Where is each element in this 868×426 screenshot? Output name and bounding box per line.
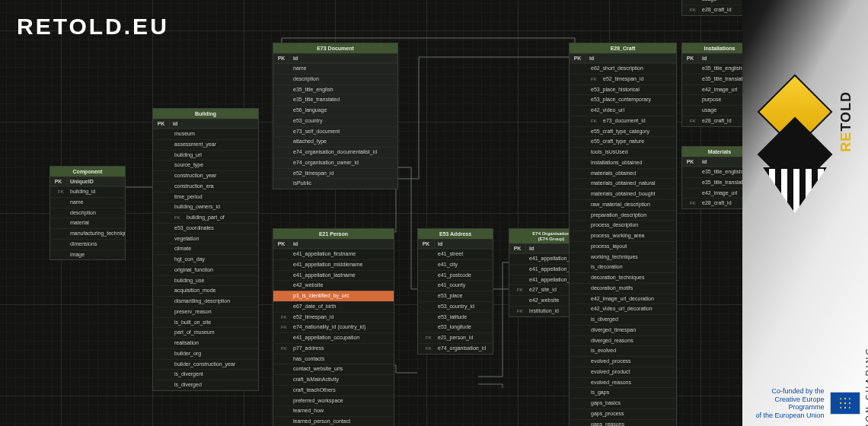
entity-attr: assessment_year (153, 139, 258, 150)
entity-attr: e41_county (418, 280, 493, 291)
entity-attr: e53_place_contemporary (570, 94, 676, 105)
entity-attr: preserv_reason (153, 307, 258, 317)
entity-attr: e52_timespan_id (273, 168, 397, 179)
entity-document[interactable]: E73 Document PKid namedescriptione35_tit… (273, 43, 398, 189)
entity-attr: dimensions (50, 239, 125, 250)
entity-attr: acquisition_mode (153, 285, 258, 296)
entity-attr: p1_is_identified_by_orc (273, 291, 394, 301)
entity-person[interactable]: E21 Person PKid e41_appellation_firstnam… (273, 228, 394, 426)
attr-list: usagee28_craft_id (682, 0, 742, 15)
entity-attr: craft_teachOthers (273, 385, 394, 396)
entity-attr: e62_short_description (570, 63, 676, 74)
entity-attr: hgt_con_day (153, 254, 258, 265)
entity-fragment-top[interactable]: usagee28_craft_id (681, 0, 742, 16)
page-title: RETOLD.EU (17, 14, 169, 40)
entity-attr: material (50, 218, 125, 228)
entity-attr: e74_organisation_documentalist_id (273, 147, 397, 157)
entity-attr: e35_title_english (273, 84, 397, 95)
entity-attr: e74_nationality_id (country_id) (273, 322, 394, 332)
entity-attr: raw_material_description (570, 199, 676, 210)
entity-attr: decoration_motifs (570, 283, 676, 294)
entity-attr: decoration_techniques (570, 272, 676, 283)
entity-attr: e42_website (273, 280, 394, 291)
entity-attr: evolved_product (570, 367, 676, 377)
eu-flag-icon (830, 392, 860, 415)
entity-attr: e67_date_of_birth (273, 301, 394, 312)
entity-attr: e53_country_id (418, 301, 493, 312)
entity-attr: evolved_process (570, 356, 676, 367)
entity-attr: e28_craft_id (682, 5, 742, 15)
entity-attr: e35_title_english (682, 63, 742, 74)
entity-attr: time_period (153, 192, 258, 202)
entity-attr: builder_org (153, 348, 258, 359)
entity-attr: e35_title_translated (682, 177, 742, 188)
entity-attr: is_gaps (570, 387, 676, 398)
tagline-text: DOCUMENTATION DIGITISATION SHARING (864, 346, 868, 426)
attr-list: museumassessment_yearbuilding_urlsource_… (153, 129, 258, 390)
entity-attr: e53_country (273, 116, 397, 126)
logo-stripes (763, 167, 827, 213)
entity-attr: materials_obtained_natural (570, 178, 676, 189)
entity-attr: e28_craft_id (682, 198, 742, 208)
entity-attr: climate (153, 243, 258, 254)
entity-attr: e41_appellation_lastname (273, 270, 394, 281)
entity-attr: contact_website_uris (273, 364, 394, 374)
entity-attr: e35_title_english (682, 167, 742, 177)
entity-attr: e42_image_url_decoration (570, 294, 676, 304)
entity-attr: is_evolved (570, 345, 676, 356)
entity-attr: e41_appellation_firstname (273, 249, 394, 259)
entity-title: E73 Document (273, 43, 397, 54)
entity-attr: e42_image_url (682, 84, 742, 95)
entity-attr: gaps_reasons (570, 419, 676, 427)
entity-attr: e41_city (418, 259, 493, 270)
entity-attr: is_divergent (153, 369, 258, 380)
erd-canvas[interactable]: RETOLD.EU Component PKUniqueID building_… (0, 0, 742, 426)
entity-attr: builder_construction_year (153, 359, 258, 370)
entity-attr: part_of_museum (153, 327, 258, 338)
entity-attr: e55_craft_type_nature (570, 136, 676, 147)
entity-attr: building_id (50, 186, 125, 197)
entity-attr: e35_title_translated (682, 74, 742, 84)
entity-attr: is_diverged (570, 314, 676, 325)
entity-attr: e21_person_id (418, 332, 493, 343)
eu-funding: Co-funded by the Creative Europe Program… (742, 387, 860, 420)
entity-attr: tools_isUsUsed (570, 147, 676, 157)
entity-attr: e55_craft_type_category (570, 126, 676, 137)
entity-attr: preferred_workspace (273, 396, 394, 406)
entity-attr: diverged_reasons (570, 335, 676, 346)
entity-attr: learned_how (273, 405, 394, 416)
entity-attr: e41_postcode (418, 270, 493, 281)
entity-installations[interactable]: Installations PKid e35_title_englishe35_… (681, 43, 742, 127)
entity-attr: name (50, 197, 125, 208)
entity-attr: building_use (153, 275, 258, 286)
entity-attr: construction_year (153, 170, 258, 181)
entity-attr: e53_latitude (418, 312, 493, 323)
entity-attr: materials_obtained_bought (570, 189, 676, 199)
entity-address[interactable]: E53 Address PKid e41_streete41_citye41_p… (417, 228, 493, 354)
logo-wordmark: RETOLD (838, 91, 854, 152)
entity-attr: e74_organisation_owner_id (273, 157, 397, 168)
entity-attr: process_layout (570, 241, 676, 252)
entity-attr: e42_video_url_decoration (570, 304, 676, 314)
entity-attr: has_contacts (273, 354, 394, 364)
entity-title: Installations (682, 43, 742, 54)
entity-title: E28_Craft (570, 43, 676, 54)
entity-attr: e42_image_url (682, 188, 742, 199)
entity-building[interactable]: Building PKid museumassessment_yearbuild… (152, 108, 259, 391)
entity-materials[interactable]: Materials PKid e35_title_englishe35_titl… (681, 146, 742, 209)
entity-attr: museum (153, 129, 258, 139)
entity-attr: gaps_process (570, 409, 676, 419)
attr-list: namedescriptione35_title_englishe35_titl… (273, 63, 397, 189)
entity-attr: is_decoration (570, 262, 676, 272)
entity-attr: e41_appellation_occupation (273, 332, 394, 343)
entity-component[interactable]: Component PKUniqueID building_idnamedesc… (49, 166, 126, 260)
entity-attr: diverged_timespan (570, 325, 676, 335)
entity-craft[interactable]: E28_Craft PKid e62_short_descriptione52_… (569, 43, 677, 426)
entity-attr: purpose (682, 94, 742, 105)
entity-attr: image (50, 250, 125, 260)
entity-attr: e56_language (273, 105, 397, 116)
attr-list: e35_title_englishe35_title_translatede42… (682, 167, 742, 208)
entity-attr: manufacturing_technique (50, 228, 125, 239)
entity-attr: description (50, 208, 125, 218)
entity-attr: description (273, 74, 397, 84)
